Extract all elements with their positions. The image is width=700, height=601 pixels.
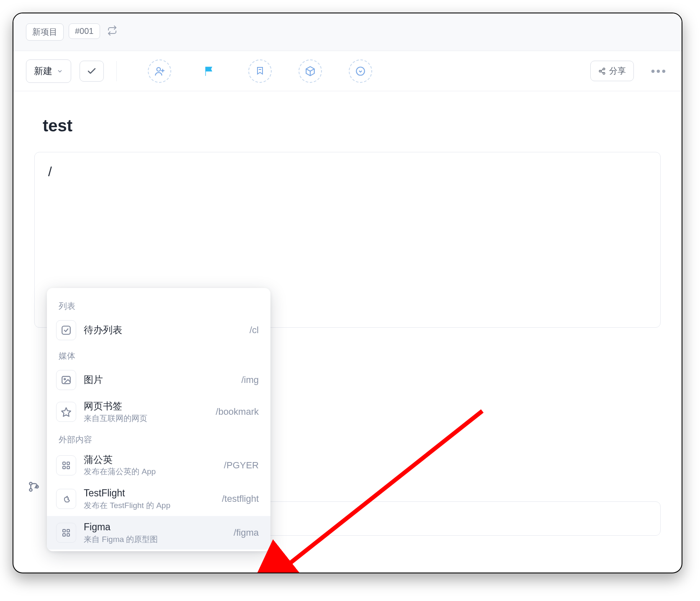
menu-item-shortcut: /cl	[250, 325, 261, 336]
more-button[interactable]: •••	[649, 61, 669, 81]
section-header-external: 外部内容	[47, 429, 270, 449]
menu-item-label: 待办列表	[84, 324, 242, 336]
id-tag[interactable]: #001	[69, 23, 100, 39]
menu-item-testflight[interactable]: TestFlight 发布在 TestFlight 的 App /testfli…	[47, 482, 270, 516]
share-button[interactable]: 分享	[590, 61, 634, 81]
svg-rect-20	[63, 466, 65, 469]
menu-item-shortcut: /figma	[234, 527, 261, 538]
menu-item-label: 网页书签	[84, 400, 208, 413]
editor-content: /	[48, 164, 52, 179]
menu-item-shortcut: /bookmark	[216, 406, 261, 417]
svg-point-4	[356, 67, 365, 75]
package-icon[interactable]	[299, 59, 322, 83]
menu-item-pgyer[interactable]: 蒲公英 发布在蒲公英的 App /PGYER	[47, 449, 270, 483]
section-header-list: 列表	[47, 295, 270, 315]
image-icon	[56, 370, 76, 390]
svg-rect-19	[67, 462, 69, 465]
svg-rect-22	[63, 529, 65, 532]
svg-line-9	[601, 69, 603, 70]
toolbar: 新建 分享 •••	[13, 51, 682, 91]
svg-rect-23	[67, 529, 69, 532]
svg-point-16	[64, 378, 65, 380]
bookmark-icon[interactable]	[248, 59, 272, 83]
branch-icon[interactable]	[28, 480, 40, 493]
menu-item-image[interactable]: 图片 /img	[47, 365, 270, 395]
svg-rect-14	[62, 326, 70, 334]
menu-item-shortcut: /img	[241, 375, 261, 385]
flag-icon[interactable]	[198, 59, 221, 83]
share-button-label: 分享	[609, 65, 626, 77]
svg-point-0	[157, 67, 161, 71]
slash-menu: 列表 待办列表 /cl 媒体 图片 /img	[47, 288, 270, 551]
cycle-icon[interactable]	[105, 23, 119, 38]
divider	[116, 61, 117, 81]
new-button[interactable]: 新建	[26, 59, 71, 83]
star-icon	[56, 402, 76, 422]
apple-icon	[56, 489, 76, 509]
svg-marker-17	[62, 408, 71, 417]
menu-item-shortcut: /PGYER	[224, 460, 261, 471]
menu-item-shortcut: /testflight	[222, 493, 261, 504]
menu-item-desc: 发布在蒲公英的 App	[84, 467, 216, 477]
confirm-button[interactable]	[80, 61, 104, 82]
menu-item-desc: 来自 Figma 的原型图	[84, 534, 226, 545]
svg-rect-18	[63, 462, 65, 465]
menu-item-label: 图片	[84, 374, 234, 386]
svg-rect-24	[63, 534, 65, 536]
section-header-media: 媒体	[47, 345, 270, 365]
project-tag[interactable]: 新项目	[26, 23, 64, 41]
svg-rect-21	[67, 466, 69, 469]
menu-item-todo[interactable]: 待办列表 /cl	[47, 315, 270, 345]
menu-item-label: Figma	[84, 521, 226, 534]
grid-icon	[56, 455, 76, 475]
page-body: test / 列表 待办列表 /cl 媒体	[13, 91, 682, 573]
grid-icon	[56, 523, 76, 543]
new-button-label: 新建	[34, 65, 52, 77]
breadcrumb: 新项目 #001	[13, 13, 682, 51]
menu-item-desc: 来自互联网的网页	[84, 414, 208, 424]
menu-item-bookmark[interactable]: 网页书签 来自互联网的网页 /bookmark	[47, 395, 270, 429]
menu-item-figma[interactable]: Figma 来自 Figma 的原型图 /figma	[47, 516, 270, 550]
menu-item-label: TestFlight	[84, 487, 214, 500]
assignee-icon[interactable]	[148, 59, 171, 83]
app-window: 新项目 #001 新建 分	[13, 13, 682, 573]
menu-item-label: 蒲公英	[84, 454, 216, 466]
progress-icon[interactable]	[349, 59, 372, 83]
svg-line-27	[281, 411, 482, 570]
checkbox-icon	[56, 320, 76, 340]
svg-line-8	[601, 72, 603, 73]
annotation-arrow	[256, 403, 491, 573]
svg-rect-25	[67, 534, 69, 536]
menu-item-desc: 发布在 TestFlight 的 App	[84, 501, 214, 511]
page-title[interactable]: test	[43, 116, 661, 135]
